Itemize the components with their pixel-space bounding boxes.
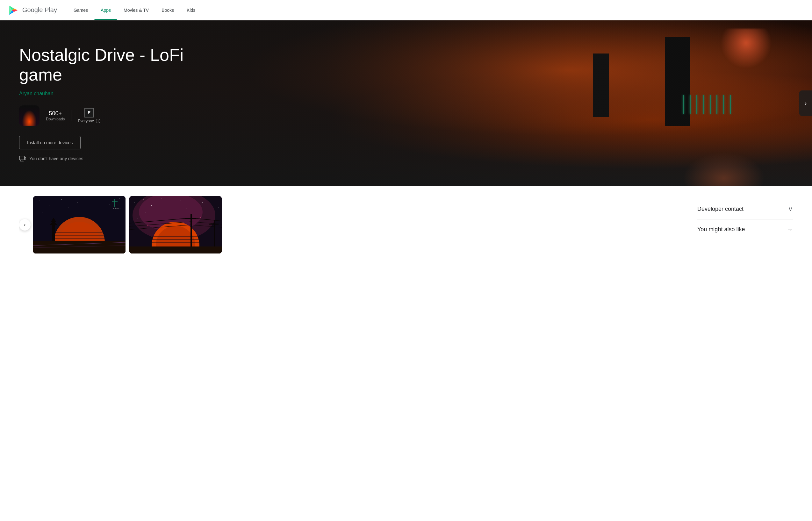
svg-point-41 (151, 205, 152, 206)
svg-rect-58 (152, 242, 199, 243)
everyone-label-row: Everyone i (78, 119, 100, 123)
svg-text:◄ Pers...: ◄ Pers... (113, 207, 121, 209)
app-meta: 500+ Downloads E Everyone i (19, 106, 198, 126)
svg-rect-59 (190, 214, 192, 252)
nav-item-movies[interactable]: Movies & TV (117, 0, 155, 20)
svg-rect-5 (19, 156, 24, 160)
svg-point-39 (134, 202, 134, 203)
svg-point-14 (77, 202, 78, 203)
screenshot-2-svg: ✦ ✦ ✦ (129, 196, 222, 253)
screenshots-area: ‹ (19, 196, 684, 253)
app-title: Nostalgic Drive - LoFi game (19, 45, 198, 84)
svg-point-43 (180, 201, 181, 201)
fence-post-4 (703, 95, 704, 114)
svg-point-49 (186, 209, 187, 209)
svg-point-18 (84, 198, 84, 198)
everyone-rating: E (85, 108, 94, 119)
nav-links: Games Apps Movies & TV Books Kids (67, 0, 202, 20)
svg-point-46 (212, 200, 212, 200)
fence-post-5 (710, 95, 711, 114)
arrow-right-icon: → (787, 226, 793, 233)
svg-rect-69 (129, 247, 222, 253)
nav-item-kids[interactable]: Kids (180, 0, 202, 20)
screenshot-1-svg: ◄ Pers... (33, 196, 126, 253)
scroll-right-button[interactable]: › (799, 90, 812, 116)
screenshot-2: ✦ ✦ ✦ (129, 196, 222, 253)
rating-badge: E (85, 108, 94, 117)
svg-point-47 (218, 207, 219, 207)
screenshots-sidebar-layout: ‹ (19, 196, 793, 253)
scroll-left-button[interactable]: ‹ (19, 219, 30, 231)
fence-post-7 (723, 95, 724, 114)
downloads-label: Downloads (46, 117, 65, 121)
svg-rect-30 (33, 241, 126, 253)
install-button[interactable]: Install on more devices (19, 136, 81, 149)
no-devices-text: You don't have any devices (29, 156, 84, 161)
google-play-icon (8, 4, 19, 16)
info-icon[interactable]: i (96, 119, 100, 123)
developer-contact-header[interactable]: Developer contact ∨ (697, 205, 793, 213)
logo-area: Google Play (8, 4, 57, 16)
fence-post-6 (717, 95, 717, 114)
screenshots-scroll: ◄ Pers... (19, 196, 684, 253)
nav-item-books[interactable]: Books (155, 0, 180, 20)
svg-point-42 (161, 198, 161, 199)
svg-rect-32 (112, 201, 117, 202)
hero-content: Nostalgic Drive - LoFi game Aryan chauha… (19, 45, 198, 161)
svg-point-48 (145, 212, 145, 212)
hero-section: Nostalgic Drive - LoFi game Aryan chauha… (0, 20, 812, 186)
screenshot-1: ◄ Pers... (33, 196, 126, 253)
svg-rect-56 (152, 236, 199, 237)
nav-item-games[interactable]: Games (67, 0, 94, 20)
svg-rect-24 (54, 235, 105, 236)
svg-point-16 (109, 204, 110, 204)
no-devices-row: You don't have any devices (19, 156, 198, 161)
fence-post-8 (730, 95, 731, 114)
svg-rect-9 (25, 157, 26, 159)
svg-rect-31 (114, 199, 115, 207)
content-section: ‹ (0, 186, 812, 264)
logo-text: Google Play (22, 6, 57, 14)
hero-car (676, 148, 771, 186)
svg-rect-25 (54, 238, 105, 239)
nav-item-apps[interactable]: Apps (94, 0, 117, 20)
you-might-also-like-title: You might also like (697, 226, 745, 233)
svg-point-17 (119, 198, 119, 199)
svg-point-11 (39, 201, 40, 201)
fence-post-1 (683, 95, 684, 114)
svg-point-40 (143, 199, 144, 200)
you-might-also-like-header[interactable]: You might also like → (697, 226, 793, 233)
svg-rect-57 (152, 239, 199, 240)
developer-contact-title: Developer contact (697, 206, 744, 212)
svg-rect-29 (53, 233, 54, 241)
developer-contact-section: Developer contact ∨ (697, 199, 793, 220)
device-icon (19, 156, 26, 161)
developer-name[interactable]: Aryan chauhan (19, 91, 198, 96)
chevron-down-icon: ∨ (788, 205, 793, 213)
svg-point-20 (42, 212, 43, 212)
fence-post-3 (696, 95, 697, 114)
svg-point-15 (96, 200, 97, 200)
app-icon-bg (19, 106, 40, 126)
scroll-left-icon: ‹ (24, 222, 25, 228)
svg-point-13 (62, 199, 62, 200)
you-might-also-like-section: You might also like → (697, 220, 793, 240)
everyone-text: Everyone (78, 119, 94, 123)
fence-post-2 (690, 95, 691, 114)
hero-fence (683, 95, 731, 114)
app-icon (19, 106, 40, 126)
svg-point-50 (137, 218, 137, 219)
downloads-meta: 500+ Downloads (46, 110, 71, 121)
svg-text:✦: ✦ (199, 217, 201, 219)
sidebar: Developer contact ∨ You might also like … (697, 196, 793, 240)
header: Google Play Games Apps Movies & TV Books… (0, 0, 812, 20)
svg-point-44 (193, 198, 194, 198)
svg-rect-23 (54, 232, 105, 233)
svg-point-12 (49, 205, 49, 206)
scroll-right-icon: › (805, 100, 807, 107)
svg-point-45 (202, 202, 203, 203)
rating-meta: E Everyone i (78, 108, 100, 123)
downloads-count: 500+ (49, 110, 62, 117)
